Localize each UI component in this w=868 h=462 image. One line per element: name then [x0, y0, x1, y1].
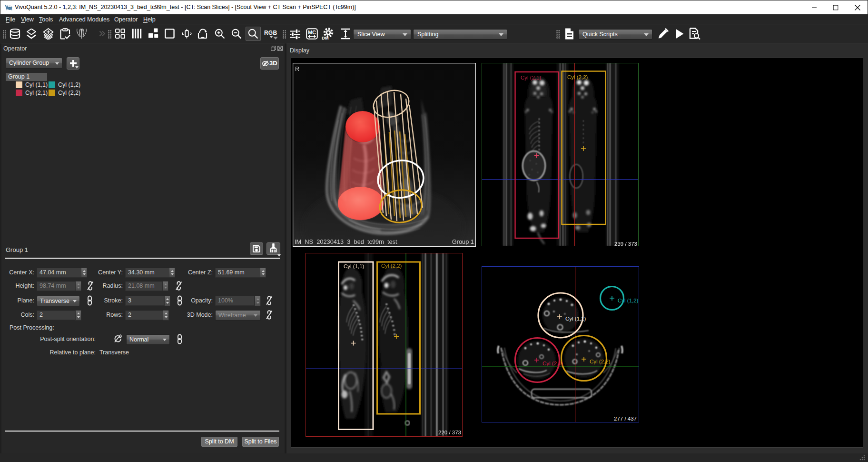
svg-text:DM: DM — [322, 35, 329, 40]
svg-text:239 / 373: 239 / 373 — [614, 241, 637, 246]
svg-text:Cyl (2,2): Cyl (2,2) — [590, 359, 611, 364]
svg-text:Cyl (2,1): Cyl (2,1) — [542, 361, 563, 366]
svg-text:MC: MC — [308, 30, 316, 35]
svg-text:Cyl (1,2): Cyl (1,2) — [618, 298, 639, 303]
svg-text:R: R — [295, 66, 299, 72]
svg-text:Cyl (1,1): Cyl (1,1) — [344, 263, 365, 269]
svg-text:220 / 373: 220 / 373 — [438, 430, 461, 435]
svg-text:Cyl (1,1): Cyl (1,1) — [565, 316, 586, 321]
svg-text:Cyl (2,2): Cyl (2,2) — [381, 263, 402, 269]
svg-text:277 / 437: 277 / 437 — [614, 416, 637, 422]
svg-text:Group 1: Group 1 — [452, 238, 474, 245]
svg-text:IM_NS_20230413_3_bed_tc99m_tes: IM_NS_20230413_3_bed_tc99m_test — [295, 238, 397, 245]
svg-text:Cyl (2,2): Cyl (2,2) — [567, 74, 588, 80]
svg-text:Cyl (2,1): Cyl (2,1) — [521, 75, 542, 80]
